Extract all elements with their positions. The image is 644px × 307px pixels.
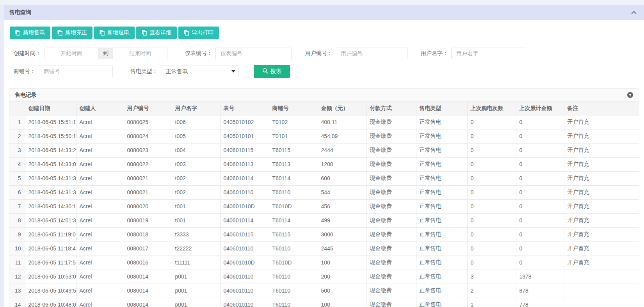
table-cell: 现金缴费	[366, 241, 416, 256]
table-cell: 现金缴费	[366, 256, 416, 270]
table-cell: 0080017	[124, 241, 172, 256]
table-row[interactable]: 42018-06-05 14:33:0Acrel0080022t00304060…	[9, 157, 639, 171]
table-cell: 0405010102	[220, 115, 269, 129]
table-row[interactable]: 72018-06-05 14:30:1Acrel0080020t00104060…	[9, 199, 639, 213]
table-cell	[564, 284, 639, 298]
table-cell: 0	[516, 143, 564, 157]
table-row[interactable]: 62018-06-05 14:31:3Acrel0080021t00204060…	[9, 185, 639, 199]
add-correction-button[interactable]: 新增充正	[52, 27, 93, 39]
table-cell: Acrel	[76, 213, 124, 227]
table-cell: 正常售电	[416, 227, 467, 241]
table-row[interactable]: 82018-06-05 14:01:3Acrel0080019t00104060…	[9, 213, 639, 227]
table-cell: 0	[467, 171, 516, 185]
table-cell: 现金缴费	[366, 298, 416, 307]
table-cell: 正常售电	[416, 157, 467, 171]
table-cell: 1378	[516, 270, 564, 284]
table-cell: 0406010110	[220, 270, 269, 284]
copy-file-icon	[142, 30, 147, 35]
table-cell: 1	[9, 115, 25, 129]
search-button[interactable]: 搜索	[254, 65, 290, 78]
table-row[interactable]: 92018-06-05 11:19:0Acrel0080018t33330406…	[9, 227, 639, 241]
table-cell: 开户首充	[564, 115, 639, 129]
table-row[interactable]: 102018-06-05 11:18:4Acrel0080017t2222204…	[9, 241, 639, 256]
end-time-input[interactable]	[113, 48, 167, 59]
table-row[interactable]: 122018-06-05 10:53:0Acrel0080014p0010406…	[9, 270, 639, 284]
table-cell: 2018-06-05 14:31:3	[25, 171, 76, 185]
table-cell: 0	[467, 143, 516, 157]
shop-no-input[interactable]	[39, 66, 113, 77]
table-cell: 开户首充	[564, 185, 639, 199]
table-cell: 600	[318, 171, 366, 185]
table-cell: 正常售电	[416, 213, 467, 227]
table-cell: 10	[9, 241, 25, 256]
table-cell: Acrel	[76, 241, 124, 256]
user-name-input[interactable]	[451, 48, 526, 59]
table-body: 12018-06-05 15:51:1Acrel0080025t00604050…	[9, 115, 639, 307]
table-cell: Acrel	[76, 115, 124, 129]
table-cell: 0	[467, 241, 516, 256]
table-cell: 0406010110	[220, 298, 269, 307]
table-cell: 开户首充	[564, 157, 639, 171]
column-header: 商铺号	[269, 102, 318, 115]
table-cell: 9	[9, 227, 25, 241]
table-cell: 040601010D	[220, 199, 269, 213]
table-cell: 现金缴费	[366, 129, 416, 143]
table-cell: Acrel	[76, 270, 124, 284]
sale-type-select[interactable]: 正常售电	[161, 66, 239, 77]
table-row[interactable]: 52018-06-05 14:31:3Acrel0080021t00204060…	[9, 171, 639, 185]
table-cell: 0	[516, 171, 564, 185]
table-cell: 2018-06-05 10:49:5	[25, 284, 76, 298]
table-cell: t3333	[172, 227, 220, 241]
table-cell: 100	[318, 256, 366, 270]
start-time-input[interactable]	[44, 48, 99, 59]
table-cell: 正常售电	[416, 284, 467, 298]
table-cell: t002	[172, 185, 220, 199]
table-row[interactable]: 32018-06-05 14:33:2Acrel0080023t00404060…	[9, 143, 639, 157]
page-header: 售电查询	[4, 5, 644, 20]
button-label: 新增充正	[65, 29, 87, 36]
chevron-up-icon[interactable]	[631, 9, 637, 16]
table-cell: Acrel	[76, 157, 124, 171]
table-cell: Acrel	[76, 298, 124, 307]
table-cell: 0080016	[124, 256, 172, 270]
column-header: 备注	[564, 102, 639, 115]
table-cell: p001	[172, 298, 220, 307]
table-cell: 现金缴费	[366, 213, 416, 227]
view-detail-button[interactable]: 查看详细	[136, 27, 177, 39]
add-refund-button[interactable]: 新增退电	[94, 27, 135, 39]
table-cell: Acrel	[76, 284, 124, 298]
table-row[interactable]: 132018-06-05 10:49:5Acrel0080014p0010406…	[9, 284, 639, 298]
table-cell: 778	[516, 298, 564, 307]
table-cell: p001	[172, 284, 220, 298]
table-cell: 456	[318, 199, 366, 213]
table-cell: 2018-06-05 15:50:1	[25, 129, 76, 143]
add-sale-button[interactable]: 新增售电	[10, 27, 50, 39]
table-cell	[564, 298, 639, 307]
table-cell: 正常售电	[416, 129, 467, 143]
circle-arrow-up-icon[interactable]	[627, 92, 633, 98]
table-cell: 454.09	[318, 129, 366, 143]
table-cell: 0	[467, 227, 516, 241]
table-row[interactable]: 142018-06-05 10:48:0Acrel0080014p0010406…	[9, 298, 639, 307]
table-cell: Acrel	[76, 185, 124, 199]
table-cell: 现金缴费	[366, 270, 416, 284]
table-row[interactable]: 112018-06-05 11:17:5Acrel0080016t1111104…	[9, 256, 639, 270]
table-cell: t22222	[172, 241, 220, 256]
table-cell: 13	[9, 284, 25, 298]
table-cell: 0	[516, 199, 564, 213]
table-header-row: 创建日期创建人用户编号用户名字表号商铺号金额（元）付款方式售电类型上次购电次数上…	[9, 102, 639, 115]
export-print-button[interactable]: 导出打印	[178, 27, 219, 39]
table-cell: 0406010115	[220, 143, 269, 157]
table-row[interactable]: 22018-06-05 15:50:1Acrel0080024t00504050…	[9, 129, 639, 143]
user-name-label: 用户名字：	[421, 50, 448, 57]
table-row[interactable]: 12018-06-05 15:51:1Acrel0080025t00604050…	[9, 115, 639, 129]
user-no-input[interactable]	[336, 48, 408, 59]
table-cell: 0080023	[124, 143, 172, 157]
column-header: 上次累计金额	[516, 102, 564, 115]
table-cell: 2018-06-05 14:33:2	[25, 143, 76, 157]
table-cell: 2018-06-05 11:17:5	[25, 256, 76, 270]
meter-no-input[interactable]	[215, 48, 292, 59]
table-cell: 2018-06-05 14:33:0	[25, 157, 76, 171]
panel-title: 售电记录	[15, 92, 37, 99]
button-label: 新增退电	[107, 29, 129, 36]
